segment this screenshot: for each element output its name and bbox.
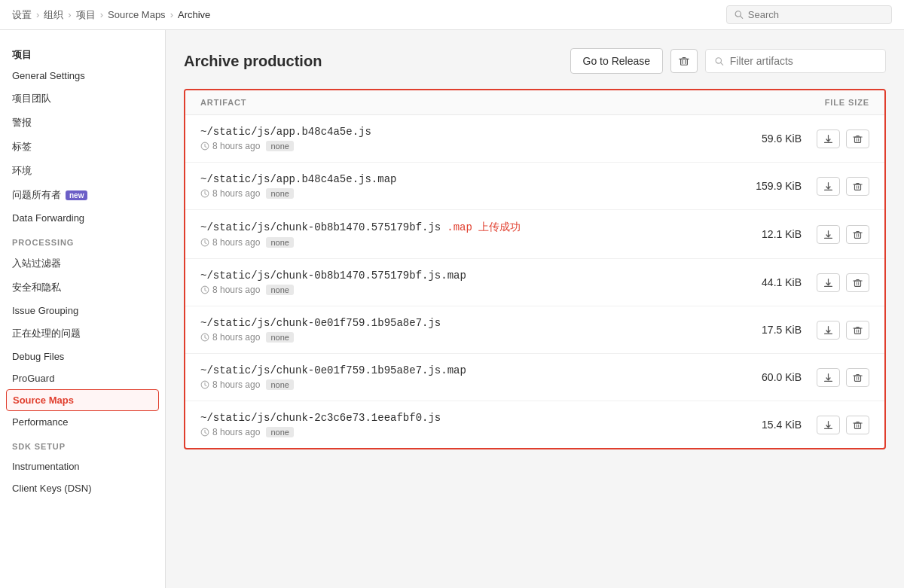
table-header: ARTIFACT FILE SIZE xyxy=(185,90,884,115)
layout: 项目 General Settings 项目团队 警报 标签 环境 问题所有者 … xyxy=(0,30,904,588)
artifact-info: ~/static/js/chunk-2c3c6e73.1eeafbf0.js 8… xyxy=(200,412,719,437)
tag-none: none xyxy=(266,237,293,248)
sidebar-item-instrumentation[interactable]: Instrumentation xyxy=(0,455,165,477)
table-row: ~/static/js/app.b48c4a5e.js 8 hours ago … xyxy=(185,115,884,163)
artifact-time: 8 hours ago xyxy=(200,285,260,295)
download-button[interactable] xyxy=(817,225,840,244)
breadcrumb: 设置 › 组织 › 项目 › Source Maps › Archive xyxy=(12,8,210,22)
artifact-name: ~/static/js/app.b48c4a5e.js.map xyxy=(200,173,719,185)
artifact-meta: 8 hours ago none xyxy=(200,379,719,390)
sidebar-item-inbound-filters[interactable]: 入站过滤器 xyxy=(0,251,165,276)
size-actions: 59.6 KiB xyxy=(719,129,869,148)
filter-search-icon xyxy=(715,56,724,66)
size-actions: 12.1 KiB xyxy=(719,225,869,244)
sidebar-item-performance[interactable]: Performance xyxy=(0,411,165,433)
artifact-info: ~/static/js/app.b48c4a5e.js.map 8 hours … xyxy=(200,173,719,199)
sidebar-section-processing: PROCESSING xyxy=(0,229,165,251)
page-header: Archive production Go to Release xyxy=(184,48,886,74)
download-button[interactable] xyxy=(817,416,840,434)
sidebar-item-alerts[interactable]: 警报 xyxy=(0,111,165,135)
artifact-name: ~/static/js/chunk-2c3c6e73.1eeafbf0.js xyxy=(200,412,719,424)
sidebar-item-tags[interactable]: 标签 xyxy=(0,135,165,159)
artifact-meta: 8 hours ago none xyxy=(200,332,719,343)
topbar: 设置 › 组织 › 项目 › Source Maps › Archive xyxy=(0,0,904,30)
artifact-name: ~/static/js/chunk-0e01f759.1b95a8e7.js xyxy=(200,317,719,329)
table-row: ~/static/js/chunk-0b8b1470.575179bf.js.m… xyxy=(185,210,884,259)
size-actions: 44.1 KiB xyxy=(719,273,869,292)
svg-rect-28 xyxy=(854,233,860,238)
page-title: Archive production xyxy=(184,53,322,70)
download-icon xyxy=(823,230,833,239)
artifact-name: ~/static/js/chunk-0b8b1470.575179bf.js.m… xyxy=(200,221,719,234)
sidebar-item-project-team[interactable]: 项目团队 xyxy=(0,87,165,111)
delete-row-button[interactable] xyxy=(846,368,869,387)
table-row: ~/static/js/app.b48c4a5e.js.map 8 hours … xyxy=(185,163,884,210)
delete-button[interactable] xyxy=(670,49,698,73)
sidebar-item-general-settings[interactable]: General Settings xyxy=(0,65,165,87)
artifact-info: ~/static/js/app.b48c4a5e.js 8 hours ago … xyxy=(200,126,719,151)
download-icon xyxy=(823,373,833,382)
download-button[interactable] xyxy=(817,368,840,387)
sidebar-item-issue-owners[interactable]: 问题所有者 new xyxy=(0,183,165,207)
tag-none: none xyxy=(266,332,293,343)
size-actions: 60.0 KiB xyxy=(719,368,869,387)
search-icon xyxy=(734,10,744,20)
global-search[interactable] xyxy=(726,5,892,24)
tag-none: none xyxy=(266,379,293,390)
artifact-name: ~/static/js/chunk-0b8b1470.575179bf.js.m… xyxy=(200,270,719,282)
filter-artifacts-input[interactable] xyxy=(705,49,886,73)
download-button[interactable] xyxy=(817,129,840,148)
col-filesize: FILE SIZE xyxy=(719,98,869,107)
sidebar-item-issue-grouping[interactable]: Issue Grouping xyxy=(0,300,165,321)
artifact-info: ~/static/js/chunk-0b8b1470.575179bf.js.m… xyxy=(200,221,719,248)
sidebar-item-debug-files[interactable]: Debug Files xyxy=(0,346,165,367)
artifact-meta: 8 hours ago none xyxy=(200,427,719,437)
header-actions: Go to Release xyxy=(570,48,887,74)
download-button[interactable] xyxy=(817,273,840,292)
download-button[interactable] xyxy=(817,177,840,196)
delete-row-button[interactable] xyxy=(846,273,869,292)
svg-rect-12 xyxy=(854,137,860,142)
sidebar-item-client-keys[interactable]: Client Keys (DSN) xyxy=(0,477,165,499)
sidebar-item-proguard[interactable]: ProGuard xyxy=(0,367,165,389)
breadcrumb-org[interactable]: 组织 xyxy=(44,8,63,22)
go-to-release-button[interactable]: Go to Release xyxy=(570,48,664,74)
clock-icon xyxy=(200,142,209,151)
artifact-meta: 8 hours ago none xyxy=(200,237,719,248)
filter-input-field[interactable] xyxy=(730,55,876,67)
trash-row-icon xyxy=(853,325,863,335)
breadcrumb-project[interactable]: 项目 xyxy=(76,8,96,22)
artifact-info: ~/static/js/chunk-0e01f759.1b95a8e7.js.m… xyxy=(200,364,719,390)
table-row: ~/static/js/chunk-0b8b1470.575179bf.js.m… xyxy=(185,259,884,306)
delete-row-button[interactable] xyxy=(846,225,869,244)
tag-none: none xyxy=(266,427,293,437)
size-actions: 159.9 KiB xyxy=(719,177,869,196)
artifact-size: 60.0 KiB xyxy=(762,371,802,383)
download-button[interactable] xyxy=(817,321,840,340)
tag-none: none xyxy=(266,141,293,151)
trash-row-icon xyxy=(853,181,863,191)
sidebar-item-source-maps[interactable]: Source Maps xyxy=(6,389,159,411)
map-success-label: .map 上传成功 xyxy=(447,221,521,233)
global-search-input[interactable] xyxy=(748,9,884,20)
sidebar-item-environments[interactable]: 环境 xyxy=(0,159,165,183)
sidebar-item-processing-issues[interactable]: 正在处理的问题 xyxy=(0,321,165,346)
table-body: ~/static/js/app.b48c4a5e.js 8 hours ago … xyxy=(185,115,884,448)
main-content: Archive production Go to Release xyxy=(166,30,904,588)
clock-icon xyxy=(200,285,209,294)
breadcrumb-sourcemaps[interactable]: Source Maps xyxy=(108,9,166,20)
tag-none: none xyxy=(266,285,293,295)
artifact-size: 15.4 KiB xyxy=(762,419,802,431)
sidebar-item-security-privacy[interactable]: 安全和隐私 xyxy=(0,276,165,300)
artifacts-table: ARTIFACT FILE SIZE ~/static/js/app.b48c4… xyxy=(184,89,886,449)
sidebar-item-data-forwarding[interactable]: Data Forwarding xyxy=(0,207,165,229)
artifact-size: 59.6 KiB xyxy=(762,133,802,145)
artifact-time: 8 hours ago xyxy=(200,237,260,248)
breadcrumb-settings[interactable]: 设置 xyxy=(12,8,32,22)
delete-row-button[interactable] xyxy=(846,129,869,148)
svg-rect-44 xyxy=(854,328,860,334)
artifact-size: 44.1 KiB xyxy=(762,276,802,288)
delete-row-button[interactable] xyxy=(846,416,869,434)
delete-row-button[interactable] xyxy=(846,177,869,196)
delete-row-button[interactable] xyxy=(846,321,869,340)
